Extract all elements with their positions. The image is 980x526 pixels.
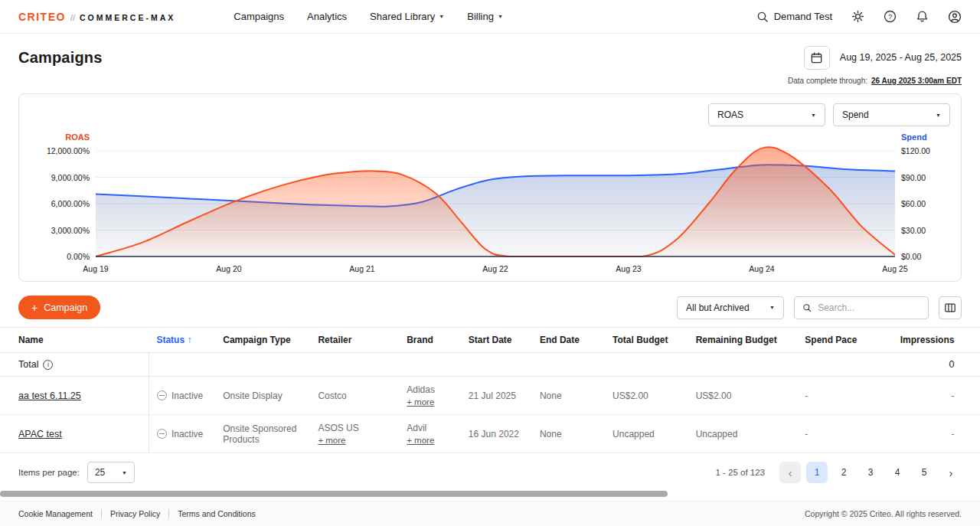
- items-per-page-select[interactable]: 25 ▼: [87, 462, 135, 483]
- column-settings-button[interactable]: [939, 296, 962, 319]
- column-header-clicks[interactable]: Clicks: [962, 328, 980, 353]
- date-range-controls: Aug 19, 2025 - Aug 25, 2025: [804, 46, 962, 70]
- empty-cell: [215, 353, 310, 377]
- data-complete-link[interactable]: 26 Aug 2025 3:00am EDT: [871, 77, 962, 85]
- chart-metric-controls: ROAS ▼ Spend ▼: [30, 103, 950, 126]
- cell-clicks: -: [962, 415, 980, 453]
- cell-end-date: None: [532, 377, 605, 415]
- brand-more-link[interactable]: + more: [407, 436, 434, 445]
- settings-button[interactable]: [851, 10, 864, 23]
- nav-label: Shared Library: [370, 11, 435, 22]
- retailer-text: ASOS US: [318, 423, 358, 433]
- page-button-1[interactable]: 1: [806, 462, 828, 483]
- help-button[interactable]: ?: [884, 10, 897, 23]
- right-metric-value: Spend: [842, 109, 869, 120]
- data-complete-label: Data complete through:: [788, 77, 867, 85]
- footer-link-cookie-management[interactable]: Cookie Management: [18, 509, 101, 518]
- nav-label: Billing: [467, 11, 494, 22]
- account-switcher[interactable]: Demand Test: [756, 11, 832, 23]
- nav-item-shared-library[interactable]: Shared Library▼: [370, 11, 444, 22]
- account-menu-button[interactable]: [948, 10, 962, 24]
- page-button-4[interactable]: 4: [887, 462, 908, 483]
- svg-text:$60.00: $60.00: [901, 199, 926, 208]
- empty-cell: [149, 353, 215, 377]
- campaigns-toolbar: + Campaign All but Archived ▼: [18, 296, 962, 319]
- total-label: Total: [18, 359, 38, 370]
- prev-page-button[interactable]: ‹: [779, 462, 801, 483]
- status-text: Inactive: [172, 429, 203, 439]
- column-header-start-date[interactable]: Start Date: [461, 328, 532, 353]
- cell-total-budget: US$2.00: [605, 377, 688, 415]
- date-picker-button[interactable]: [804, 46, 830, 70]
- column-header-retailer[interactable]: Retailer: [310, 328, 399, 353]
- campaign-link[interactable]: aa test 6.11.25: [18, 390, 81, 401]
- chevron-down-icon: ▼: [936, 113, 941, 118]
- svg-text:0.00%: 0.00%: [67, 252, 90, 261]
- new-campaign-button[interactable]: + Campaign: [18, 296, 100, 319]
- navbar-right: Demand Test ?: [756, 10, 962, 24]
- logo-product-text: COMMERCE-MAX: [80, 13, 175, 22]
- nav-item-billing[interactable]: Billing▼: [467, 11, 503, 22]
- footer-links: Cookie Management Privacy Policy Terms a…: [18, 509, 264, 518]
- svg-text:Aug 24: Aug 24: [749, 264, 774, 273]
- cell-remaining-budget: US$2.00: [688, 377, 798, 415]
- brand-more-link[interactable]: + more: [407, 397, 434, 407]
- svg-text:3,000.00%: 3,000.00%: [51, 226, 90, 235]
- retailer-more-link[interactable]: + more: [318, 436, 345, 445]
- page-button-3[interactable]: 3: [860, 462, 881, 483]
- next-page-button[interactable]: ›: [940, 462, 962, 483]
- nav-item-campaigns[interactable]: Campaigns: [234, 11, 284, 22]
- nav-label: Campaigns: [234, 11, 284, 22]
- criteo-logo[interactable]: CRITEO // COMMERCE-MAX: [18, 11, 175, 23]
- total-clicks-cell: 0: [962, 353, 980, 377]
- columns-icon: [944, 302, 956, 314]
- column-header-end-date[interactable]: End Date: [532, 328, 605, 353]
- empty-cell: [399, 353, 461, 377]
- column-header-remaining-budget[interactable]: Remaining Budget: [688, 328, 798, 353]
- empty-cell: [532, 353, 605, 377]
- pagination-range: 1 - 25 of 123: [715, 468, 765, 477]
- search-icon: [756, 11, 769, 23]
- account-name: Demand Test: [774, 11, 832, 22]
- cell-impressions: -: [886, 415, 962, 453]
- cell-campaign-type: Onsite Sponsored Products: [215, 415, 310, 453]
- column-header-status[interactable]: Status ↑: [149, 328, 215, 353]
- nav-item-analytics[interactable]: Analytics: [307, 11, 347, 22]
- footer-link-privacy-policy[interactable]: Privacy Policy: [101, 509, 168, 518]
- column-header-brand[interactable]: Brand: [399, 328, 461, 353]
- brand-text: Adidas: [407, 384, 435, 395]
- right-metric-select[interactable]: Spend ▼: [833, 103, 950, 126]
- chevron-down-icon: ▼: [811, 113, 816, 118]
- column-header-spend-pace[interactable]: Spend Pace: [797, 328, 886, 353]
- column-header-campaign-type[interactable]: Campaign Type: [215, 328, 310, 353]
- svg-text:$30.00: $30.00: [901, 226, 926, 235]
- scrollbar-thumb[interactable]: [0, 491, 668, 497]
- page-title: Campaigns: [18, 49, 103, 67]
- empty-cell: [797, 353, 886, 377]
- cell-spend-pace: -: [797, 415, 886, 453]
- campaign-link[interactable]: APAC test: [18, 429, 62, 439]
- column-label: Status: [156, 335, 185, 345]
- status-filter-select[interactable]: All but Archived ▼: [677, 296, 784, 319]
- column-header-impressions[interactable]: Impressions: [886, 328, 962, 353]
- svg-text:9,000.00%: 9,000.00%: [51, 173, 90, 182]
- calendar-icon: [810, 51, 823, 64]
- left-metric-select[interactable]: ROAS ▼: [708, 103, 825, 126]
- cell-clicks: -: [962, 377, 980, 415]
- table-search: [794, 296, 929, 319]
- svg-text:Aug 25: Aug 25: [882, 264, 907, 273]
- total-impressions-cell: 0: [886, 353, 962, 377]
- chevron-down-icon: ▼: [769, 305, 775, 310]
- search-icon: [802, 302, 812, 313]
- info-icon[interactable]: [43, 360, 53, 370]
- page-footer: Cookie Management Privacy Policy Terms a…: [0, 501, 980, 526]
- page-button-5[interactable]: 5: [913, 462, 935, 483]
- column-header-name[interactable]: Name: [0, 328, 149, 353]
- search-input[interactable]: [818, 302, 920, 313]
- gear-icon: [851, 10, 864, 23]
- footer-link-terms[interactable]: Terms and Conditions: [168, 509, 264, 518]
- page-button-2[interactable]: 2: [833, 462, 854, 483]
- svg-text:12,000.00%: 12,000.00%: [47, 146, 90, 155]
- column-header-total-budget[interactable]: Total Budget: [605, 328, 688, 353]
- notifications-button[interactable]: [916, 10, 929, 23]
